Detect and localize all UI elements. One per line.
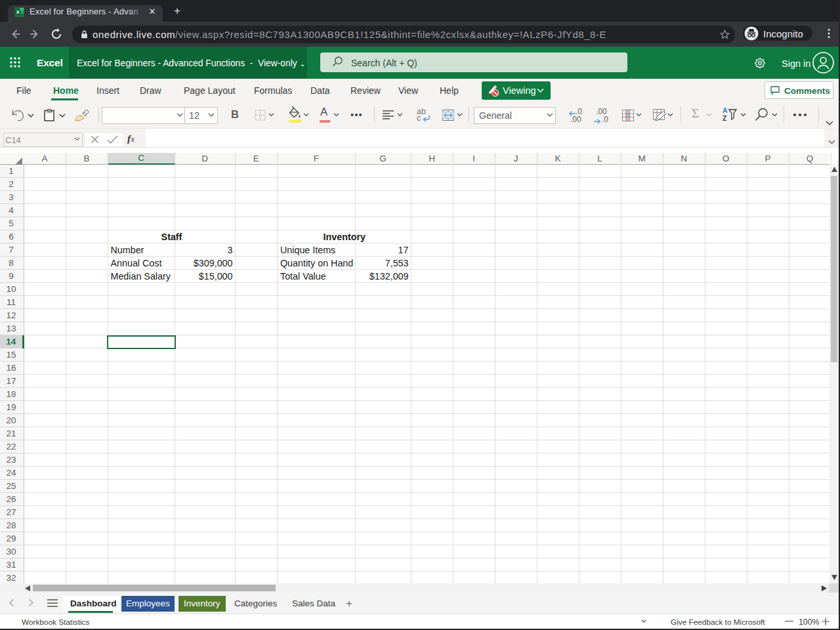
svg-text:X: X	[16, 9, 20, 15]
